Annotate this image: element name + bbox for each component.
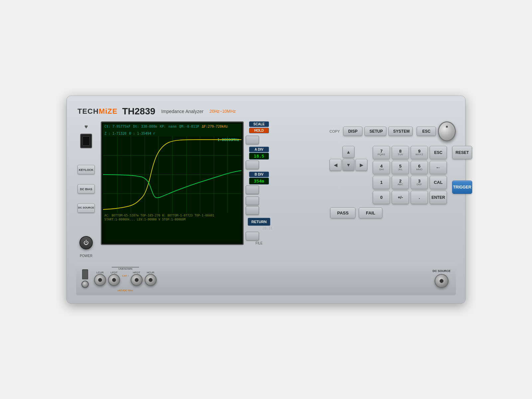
num-2-button[interactable]: 2 ABC <box>392 176 409 189</box>
dc-bias-button[interactable]: DC BIAS <box>77 184 95 194</box>
model-name: TH2839 <box>122 106 155 117</box>
nav-right-button[interactable]: ▶ <box>355 159 367 171</box>
file-label: FILE <box>246 241 272 245</box>
footer-line1: AC: BOTTOM-65-5287m TOP-185-270 Θ: BOTTO… <box>104 213 240 218</box>
unknown-group: UNKNOWN LCUR LPOT <box>94 265 157 293</box>
softkey-side-panel: SCALE HOLD A DIV 18.5 B DIV 354m <box>246 121 272 245</box>
num-7-button[interactable]: 7 PQRS <box>373 146 390 159</box>
banana-jack[interactable] <box>81 281 89 288</box>
num-8-button[interactable]: 8 TUV <box>392 146 409 159</box>
brand-mize: MiZE <box>99 107 118 115</box>
ct-value: Ct: 7-95775kF <box>104 124 130 129</box>
nanm-value: nanm <box>169 124 177 129</box>
o-value: Θ : 1-35494 r <box>129 131 155 136</box>
num-6-sub: MNO <box>416 168 423 171</box>
af-value: ΔF:279-720kHz <box>202 124 228 129</box>
plus-minus-button[interactable]: +/- <box>392 191 409 204</box>
esc-num-button[interactable]: ESC <box>430 146 447 159</box>
nav-empty-bm <box>342 172 354 184</box>
power-button[interactable]: ⏻ <box>79 236 93 249</box>
num-0-label: 0 <box>380 195 382 200</box>
nav-center-button[interactable]: ▼ <box>342 159 354 171</box>
lpot-label: LPOT <box>111 271 118 274</box>
main-panel: ♥ KEYLOCK DC BIAS DC SOURCE ⏻ POWER Ct: … <box>76 121 456 258</box>
softkey-2[interactable] <box>246 161 259 169</box>
dt-value: Dt: 330-000m <box>133 124 157 129</box>
pass-button[interactable]: PASS <box>330 207 355 218</box>
nav-up-button[interactable]: ▲ <box>342 146 354 158</box>
bnc-inner-hcur <box>149 278 153 282</box>
dc-source-connector[interactable] <box>435 274 449 288</box>
a-div-value[interactable]: 18.5 <box>249 153 269 160</box>
power-icon: ⏻ <box>83 240 89 246</box>
b-div-value[interactable]: 354m <box>249 178 269 185</box>
system-button[interactable]: SYSTEM <box>388 127 413 136</box>
dc-source-group: DC SOURCE <box>433 269 451 288</box>
top-bar: TECHMiZE TH2839 Impedance Analyzer 20Hz~… <box>76 106 456 117</box>
fail-button[interactable]: FAIL <box>359 207 382 218</box>
nav-left-button[interactable]: ◀ <box>330 159 341 171</box>
numpad: 7 PQRS 8 TUV 9 WXYZ ESC 4 GH <box>373 146 447 204</box>
decimal-button[interactable]: . <box>411 191 428 204</box>
reset-button[interactable]: RESET <box>452 146 472 159</box>
screen-header: Ct: 7-95775kF Dt: 330-000m KP: nanm QM:-… <box>103 124 241 136</box>
right-panel: COPY DISP SETUP SYSTEM ESC ▲ <box>330 121 456 218</box>
num-4-button[interactable]: 4 GHI <box>373 161 390 174</box>
num-9-button[interactable]: 9 WXYZ <box>411 146 428 159</box>
usb-port[interactable] <box>80 134 92 148</box>
qm-value: QM:-0-011P <box>179 124 199 129</box>
nav-empty-br <box>355 172 367 184</box>
num-8-sub: TUV <box>398 153 403 156</box>
return-button[interactable]: RETURN <box>248 218 270 226</box>
screen-area: Ct: 7-95775kF Dt: 330-000m KP: nanm QM:-… <box>101 121 325 245</box>
enter-button[interactable]: ENTER <box>430 191 447 204</box>
footer-line2: START:1-00000k... LEV:1-00000 V STOP:1-0… <box>104 217 240 222</box>
usb-port-inner <box>82 136 90 146</box>
bnc-inner-lcur <box>98 278 102 282</box>
num-7-sub: PQRS <box>378 153 385 156</box>
num-3-button[interactable]: 3 DEF <box>411 176 428 189</box>
hcur-connector[interactable] <box>145 274 157 286</box>
num-1-button[interactable]: 1 <box>373 176 390 189</box>
freq-range: 20Hz~10MHz <box>209 109 236 114</box>
instrument-body: TECHMiZE TH2839 Impedance Analyzer 20Hz~… <box>66 96 466 304</box>
unknown-label: UNKNOWN <box>112 267 139 270</box>
bottom-connectors: UNKNOWN LCUR LPOT <box>76 262 456 295</box>
hold-label[interactable]: HOLD <box>249 128 269 133</box>
hpot-connector[interactable] <box>131 274 143 286</box>
softkey-5[interactable] <box>246 206 259 215</box>
num-0-button[interactable]: 0 <box>373 191 390 204</box>
probe-tip <box>82 269 88 279</box>
num-5-button[interactable]: 5 JKL <box>392 161 409 174</box>
kp-value: KP: <box>160 124 166 129</box>
lcur-connector[interactable] <box>94 274 106 286</box>
plot-svg <box>103 136 241 213</box>
softkey-1[interactable] <box>246 136 259 144</box>
backspace-button[interactable]: ← <box>430 161 447 174</box>
bnc-inner-lpot <box>112 278 116 282</box>
dc-source-left-button[interactable]: DC SOURCE <box>77 203 95 213</box>
setup-button[interactable]: SETUP <box>364 127 386 136</box>
b-div-label: B DIV <box>249 172 269 177</box>
keylock-button[interactable]: KEYLOCK <box>77 165 95 174</box>
hpot-label: HPOT <box>133 271 140 274</box>
disp-button[interactable]: DISP <box>343 127 362 136</box>
lpot-connector[interactable] <box>108 274 120 286</box>
copy-label: COPY <box>330 129 340 133</box>
display-screen: Ct: 7-95775kF Dt: 330-000m KP: nanm QM:-… <box>101 121 244 245</box>
trigger-button[interactable]: TRIGGER <box>452 181 472 194</box>
softkey-4[interactable] <box>246 197 259 205</box>
encoder-knob[interactable] <box>438 121 456 141</box>
num-6-button[interactable]: 6 MNO <box>411 161 428 174</box>
plus-minus-label: +/- <box>398 195 403 200</box>
num-3-sub: DEF <box>417 183 422 186</box>
cal-button[interactable]: CAL <box>430 176 447 189</box>
bnc-inner-hpot <box>135 278 139 282</box>
scale-label: SCALE <box>249 121 269 127</box>
softkey-3[interactable] <box>246 186 259 194</box>
instrument-description: Impedance Analyzer <box>161 109 203 114</box>
esc-button[interactable]: ESC <box>417 127 436 136</box>
softkey-file[interactable] <box>246 232 259 240</box>
dc-source-connector-label: DC SOURCE <box>433 269 451 273</box>
bnc-inner-dc <box>440 279 444 283</box>
